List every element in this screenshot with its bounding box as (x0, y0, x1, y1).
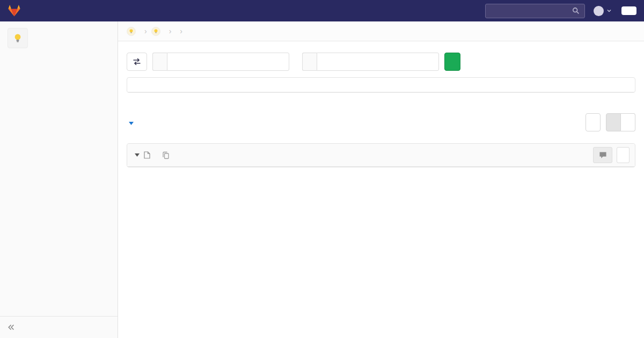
project-crumb-avatar (151, 27, 160, 36)
compare-revisions-form (118, 41, 644, 77)
breadcrumb: › › › (118, 21, 644, 41)
help-icon (594, 6, 604, 16)
help-menu-button[interactable] (594, 6, 612, 16)
top-navbar (0, 0, 644, 21)
copy-icon (162, 151, 170, 159)
lightbulb-icon (12, 33, 23, 43)
project-avatar (8, 28, 28, 48)
search-icon (572, 7, 580, 14)
gitlab-logo[interactable] (8, 4, 26, 17)
swap-icon (133, 58, 141, 65)
commits-card (127, 77, 635, 93)
comment-icon (599, 151, 607, 159)
diff-file-header (127, 144, 635, 167)
view-mode-toggle (606, 113, 635, 131)
diff-summary-bar (127, 113, 635, 131)
diff-view-controls (586, 113, 635, 131)
group-avatar (127, 27, 136, 36)
project-sidebar (0, 21, 118, 338)
toggle-comments-button[interactable] (593, 147, 612, 163)
commits-header (127, 78, 635, 92)
tanuki-icon (8, 4, 21, 17)
search-input[interactable] (491, 7, 569, 15)
compare-button[interactable] (444, 53, 460, 71)
source-revision-input[interactable] (167, 53, 289, 71)
caret-down-icon (129, 122, 134, 125)
double-chevron-left-icon (8, 324, 15, 331)
target-input-group (302, 53, 439, 71)
side-by-side-view-button[interactable] (621, 113, 635, 131)
diff-file-card (127, 143, 635, 167)
source-label (152, 53, 167, 71)
changed-files-dropdown[interactable] (129, 118, 134, 127)
main-content: › › › (118, 21, 644, 338)
source-input-group (152, 53, 289, 71)
copy-file-path-button[interactable] (161, 150, 171, 160)
inline-view-button[interactable] (606, 113, 621, 131)
file-icon (144, 151, 150, 159)
view-file-button[interactable] (617, 147, 630, 163)
global-search-box[interactable] (485, 4, 585, 18)
collapse-diff-caret[interactable] (135, 153, 140, 157)
diff-stats-text (127, 118, 144, 127)
diff-file-actions (593, 147, 630, 163)
breadcrumb-separator: › (144, 27, 147, 35)
breadcrumb-separator: › (180, 27, 182, 35)
chevron-down-icon (606, 8, 612, 13)
sidebar-project-header[interactable] (0, 21, 118, 54)
sign-in-register-button[interactable] (621, 6, 636, 15)
breadcrumb-separator: › (169, 27, 172, 35)
collapse-sidebar-button[interactable] (0, 316, 118, 338)
swap-revisions-button[interactable] (127, 53, 147, 71)
target-revision-input[interactable] (317, 53, 439, 71)
hide-whitespace-button[interactable] (586, 113, 601, 131)
target-label (302, 53, 317, 71)
